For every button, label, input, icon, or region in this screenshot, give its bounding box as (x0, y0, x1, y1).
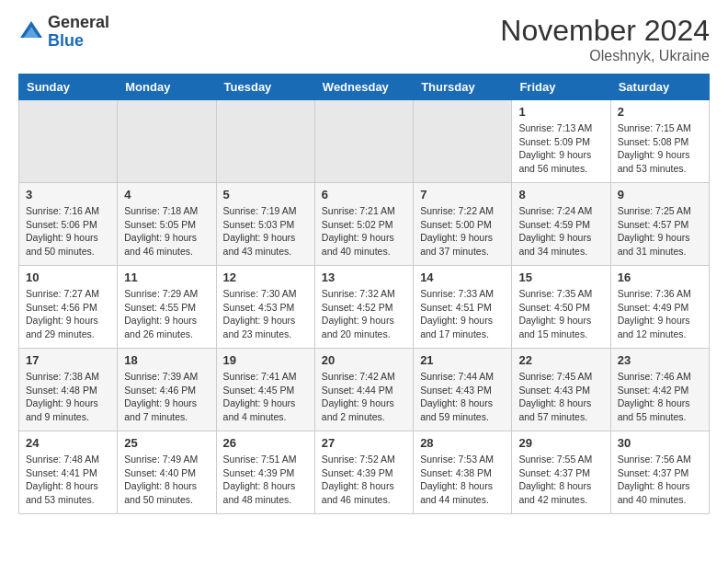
calendar-cell: 9Sunrise: 7:25 AMSunset: 4:57 PMDaylight… (610, 183, 709, 266)
calendar-cell (414, 100, 512, 183)
day-number: 15 (518, 270, 603, 284)
page-header: General Blue November 2024 Oleshnyk, Ukr… (0, 0, 728, 74)
day-number: 7 (420, 188, 505, 201)
logo-general-text: General (48, 14, 109, 32)
day-info: Sunrise: 7:32 AMSunset: 4:52 PMDaylight:… (322, 287, 406, 341)
day-number: 24 (26, 436, 110, 450)
day-number: 16 (618, 270, 702, 284)
day-info: Sunrise: 7:55 AMSunset: 4:37 PMDaylight:… (518, 453, 603, 507)
day-number: 3 (26, 188, 110, 201)
logo-icon (18, 19, 44, 45)
calendar-day-header: Thursday (414, 75, 512, 100)
month-title: November 2024 (500, 14, 710, 48)
calendar-cell: 17Sunrise: 7:38 AMSunset: 4:48 PMDayligh… (19, 349, 118, 431)
day-number: 2 (618, 105, 702, 119)
calendar-cell: 21Sunrise: 7:44 AMSunset: 4:43 PMDayligh… (414, 349, 512, 431)
day-info: Sunrise: 7:48 AMSunset: 4:41 PMDaylight:… (26, 453, 110, 507)
day-number: 6 (322, 188, 406, 201)
calendar-week-row: 24Sunrise: 7:48 AMSunset: 4:41 PMDayligh… (19, 431, 710, 514)
day-number: 19 (223, 353, 308, 367)
day-info: Sunrise: 7:38 AMSunset: 4:48 PMDaylight:… (26, 370, 110, 424)
location: Oleshnyk, Ukraine (500, 48, 710, 64)
day-number: 8 (518, 188, 603, 201)
calendar-day-header: Tuesday (216, 75, 314, 100)
calendar-cell: 29Sunrise: 7:55 AMSunset: 4:37 PMDayligh… (512, 431, 610, 514)
day-number: 4 (124, 188, 209, 201)
calendar-cell: 3Sunrise: 7:16 AMSunset: 5:06 PMDaylight… (19, 183, 118, 266)
calendar-cell: 24Sunrise: 7:48 AMSunset: 4:41 PMDayligh… (19, 431, 118, 514)
day-info: Sunrise: 7:22 AMSunset: 5:00 PMDaylight:… (420, 204, 505, 259)
logo: General Blue (18, 14, 109, 51)
day-info: Sunrise: 7:41 AMSunset: 4:45 PMDaylight:… (223, 370, 308, 424)
title-section: November 2024 Oleshnyk, Ukraine (500, 14, 710, 64)
day-info: Sunrise: 7:29 AMSunset: 4:55 PMDaylight:… (124, 287, 209, 341)
calendar-day-header: Saturday (610, 75, 709, 100)
day-number: 30 (618, 436, 702, 450)
calendar-cell: 20Sunrise: 7:42 AMSunset: 4:44 PMDayligh… (314, 349, 413, 431)
logo-text: General Blue (48, 14, 109, 51)
day-info: Sunrise: 7:35 AMSunset: 4:50 PMDaylight:… (518, 287, 603, 341)
day-info: Sunrise: 7:36 AMSunset: 4:49 PMDaylight:… (618, 287, 702, 341)
calendar-cell (19, 100, 118, 183)
calendar-cell: 15Sunrise: 7:35 AMSunset: 4:50 PMDayligh… (512, 266, 610, 349)
day-info: Sunrise: 7:53 AMSunset: 4:38 PMDaylight:… (420, 453, 505, 507)
calendar-wrapper: SundayMondayTuesdayWednesdayThursdayFrid… (0, 74, 728, 523)
day-number: 13 (322, 270, 406, 284)
calendar-day-header: Sunday (19, 75, 118, 100)
calendar-cell: 12Sunrise: 7:30 AMSunset: 4:53 PMDayligh… (216, 266, 314, 349)
day-number: 12 (223, 270, 308, 284)
calendar-cell: 27Sunrise: 7:52 AMSunset: 4:39 PMDayligh… (314, 431, 413, 514)
day-info: Sunrise: 7:49 AMSunset: 4:40 PMDaylight:… (124, 453, 209, 507)
day-number: 18 (124, 353, 209, 367)
day-number: 5 (223, 188, 308, 201)
calendar-cell: 14Sunrise: 7:33 AMSunset: 4:51 PMDayligh… (414, 266, 512, 349)
calendar-cell (216, 100, 314, 183)
calendar-cell: 26Sunrise: 7:51 AMSunset: 4:39 PMDayligh… (216, 431, 314, 514)
calendar-cell: 4Sunrise: 7:18 AMSunset: 5:05 PMDaylight… (118, 183, 216, 266)
day-number: 25 (124, 436, 209, 450)
calendar-day-header: Friday (512, 75, 610, 100)
day-info: Sunrise: 7:51 AMSunset: 4:39 PMDaylight:… (223, 453, 308, 507)
day-info: Sunrise: 7:24 AMSunset: 4:59 PMDaylight:… (518, 204, 603, 259)
calendar-cell (314, 100, 413, 183)
day-info: Sunrise: 7:21 AMSunset: 5:02 PMDaylight:… (322, 204, 406, 259)
calendar-cell: 30Sunrise: 7:56 AMSunset: 4:37 PMDayligh… (610, 431, 709, 514)
day-number: 21 (420, 353, 505, 367)
day-number: 1 (518, 105, 603, 119)
calendar-cell: 7Sunrise: 7:22 AMSunset: 5:00 PMDaylight… (414, 183, 512, 266)
calendar-cell: 1Sunrise: 7:13 AMSunset: 5:09 PMDaylight… (512, 100, 610, 183)
day-info: Sunrise: 7:42 AMSunset: 4:44 PMDaylight:… (322, 370, 406, 424)
day-number: 23 (618, 353, 702, 367)
day-number: 14 (420, 270, 505, 284)
day-info: Sunrise: 7:52 AMSunset: 4:39 PMDaylight:… (322, 453, 406, 507)
day-info: Sunrise: 7:13 AMSunset: 5:09 PMDaylight:… (518, 121, 603, 176)
day-number: 11 (124, 270, 209, 284)
day-info: Sunrise: 7:45 AMSunset: 4:43 PMDaylight:… (518, 370, 603, 424)
day-number: 9 (618, 188, 702, 201)
calendar-week-row: 1Sunrise: 7:13 AMSunset: 5:09 PMDaylight… (19, 100, 710, 183)
day-info: Sunrise: 7:56 AMSunset: 4:37 PMDaylight:… (618, 453, 702, 507)
day-info: Sunrise: 7:46 AMSunset: 4:42 PMDaylight:… (618, 370, 702, 424)
calendar-week-row: 17Sunrise: 7:38 AMSunset: 4:48 PMDayligh… (19, 349, 710, 431)
calendar-cell: 25Sunrise: 7:49 AMSunset: 4:40 PMDayligh… (118, 431, 216, 514)
calendar-cell: 22Sunrise: 7:45 AMSunset: 4:43 PMDayligh… (512, 349, 610, 431)
day-number: 22 (518, 353, 603, 367)
day-number: 29 (518, 436, 603, 450)
day-info: Sunrise: 7:33 AMSunset: 4:51 PMDaylight:… (420, 287, 505, 341)
calendar-table: SundayMondayTuesdayWednesdayThursdayFrid… (18, 74, 710, 514)
day-number: 28 (420, 436, 505, 450)
day-info: Sunrise: 7:30 AMSunset: 4:53 PMDaylight:… (223, 287, 308, 341)
day-number: 20 (322, 353, 406, 367)
calendar-cell (118, 100, 216, 183)
calendar-cell: 10Sunrise: 7:27 AMSunset: 4:56 PMDayligh… (19, 266, 118, 349)
calendar-cell: 8Sunrise: 7:24 AMSunset: 4:59 PMDaylight… (512, 183, 610, 266)
day-info: Sunrise: 7:16 AMSunset: 5:06 PMDaylight:… (26, 204, 110, 259)
logo-blue-text: Blue (48, 32, 109, 51)
calendar-day-header: Monday (118, 75, 216, 100)
calendar-cell: 5Sunrise: 7:19 AMSunset: 5:03 PMDaylight… (216, 183, 314, 266)
calendar-cell: 18Sunrise: 7:39 AMSunset: 4:46 PMDayligh… (118, 349, 216, 431)
calendar-cell: 23Sunrise: 7:46 AMSunset: 4:42 PMDayligh… (610, 349, 709, 431)
calendar-cell: 2Sunrise: 7:15 AMSunset: 5:08 PMDaylight… (610, 100, 709, 183)
day-info: Sunrise: 7:19 AMSunset: 5:03 PMDaylight:… (223, 204, 308, 259)
day-number: 26 (223, 436, 308, 450)
